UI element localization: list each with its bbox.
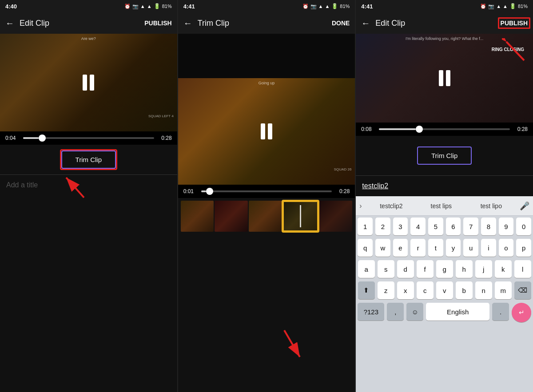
key-c[interactable]: c bbox=[417, 281, 434, 299]
key-7[interactable]: 7 bbox=[463, 218, 478, 235]
key-8[interactable]: 8 bbox=[481, 218, 496, 235]
key-4[interactable]: 4 bbox=[410, 218, 426, 235]
scrubber-thumb-3[interactable] bbox=[416, 126, 423, 133]
scrubber-3[interactable]: 0:08 0:28 bbox=[356, 123, 533, 136]
done-button-2[interactable]: DONE bbox=[332, 20, 350, 27]
title-input-value-3[interactable]: testclip2 bbox=[362, 182, 388, 190]
scrubber-thumb-2[interactable] bbox=[206, 188, 213, 195]
scrubber-2[interactable]: 0:01 0:28 bbox=[178, 185, 355, 198]
key-n[interactable]: n bbox=[475, 281, 492, 299]
top-bar-2: ← Trim Clip DONE bbox=[178, 12, 355, 34]
thumb-5[interactable] bbox=[319, 201, 353, 232]
period-key-3[interactable]: . bbox=[492, 303, 509, 321]
back-button-2[interactable]: ← bbox=[183, 18, 192, 28]
thumb-3[interactable] bbox=[249, 201, 282, 232]
comma-key-3[interactable]: , bbox=[387, 303, 404, 321]
chevron-icon-3[interactable]: › bbox=[359, 202, 362, 210]
key-p[interactable]: p bbox=[516, 239, 531, 257]
suggestion-3[interactable]: test lipo bbox=[466, 202, 516, 210]
thumbnail-strip-2 bbox=[178, 198, 355, 234]
video-player-3[interactable]: I'm literally following you, right? What… bbox=[356, 34, 533, 123]
add-title-area-1[interactable]: Add a title bbox=[0, 174, 177, 195]
wifi-icon-2: ▲ bbox=[318, 4, 323, 9]
scrubber-thumb-1[interactable] bbox=[39, 135, 46, 142]
back-button-1[interactable]: ← bbox=[5, 18, 14, 28]
key-t[interactable]: t bbox=[428, 239, 443, 257]
key-r[interactable]: r bbox=[410, 239, 426, 257]
backspace-key-3[interactable]: ⌫ bbox=[514, 281, 531, 299]
scrubber-track-3[interactable] bbox=[379, 128, 510, 130]
time-total-3: 0:28 bbox=[513, 126, 528, 132]
trim-clip-container-3: Trim Clip bbox=[356, 140, 533, 171]
key-5[interactable]: 5 bbox=[428, 218, 443, 235]
suggestion-2[interactable]: test lips bbox=[416, 202, 466, 210]
back-button-3[interactable]: ← bbox=[361, 18, 370, 28]
video-player-1[interactable]: Are we? SQUAD LEFT 4 bbox=[0, 34, 177, 131]
publish-button-3[interactable]: PUBLISH bbox=[501, 20, 528, 27]
add-title-placeholder-1[interactable]: Add a title bbox=[6, 181, 38, 189]
key-g[interactable]: g bbox=[436, 260, 453, 278]
key-k[interactable]: k bbox=[495, 260, 512, 278]
key-3[interactable]: 3 bbox=[393, 218, 408, 235]
key-x[interactable]: x bbox=[397, 281, 414, 299]
battery-icon-3: 🔋 bbox=[509, 3, 516, 9]
scrubber-fill-2 bbox=[201, 190, 207, 192]
status-icons-3: ⏰ 📷 ▲ ▲ 🔋 81% bbox=[480, 3, 528, 9]
symbols-key-3[interactable]: ?123 bbox=[358, 303, 384, 321]
space-key-3[interactable]: English bbox=[426, 303, 489, 321]
publish-button-1[interactable]: PUBLISH bbox=[144, 20, 171, 27]
status-time-3: 4:41 bbox=[361, 3, 373, 10]
key-v[interactable]: v bbox=[436, 281, 453, 299]
pause-icon-2[interactable] bbox=[261, 123, 272, 139]
video-player-2[interactable]: Going up SQUAD 26 bbox=[178, 78, 355, 185]
top-bar-left-2: ← Trim Clip bbox=[183, 18, 229, 28]
trim-clip-button-1[interactable]: Trim Clip bbox=[61, 150, 116, 169]
key-a[interactable]: a bbox=[358, 260, 375, 278]
key-2[interactable]: 2 bbox=[375, 218, 390, 235]
key-b[interactable]: b bbox=[456, 281, 473, 299]
top-bar-1: ← Edit Clip PUBLISH bbox=[0, 12, 177, 34]
key-d[interactable]: d bbox=[397, 260, 414, 278]
suggestion-1[interactable]: testclip2 bbox=[366, 202, 416, 210]
key-0[interactable]: 0 bbox=[516, 218, 531, 235]
key-j[interactable]: j bbox=[475, 260, 492, 278]
key-y[interactable]: y bbox=[446, 239, 461, 257]
pause-bar-right-3 bbox=[446, 70, 450, 86]
qwerty-row-3: q w e r t y u i o p bbox=[356, 237, 533, 258]
emoji-key-3[interactable]: ☺ bbox=[406, 303, 423, 321]
key-6[interactable]: 6 bbox=[446, 218, 461, 235]
key-w[interactable]: w bbox=[375, 239, 390, 257]
shift-key-3[interactable]: ⬆ bbox=[358, 281, 375, 299]
status-bar-3: 4:41 ⏰ 📷 ▲ ▲ 🔋 81% bbox=[356, 0, 533, 12]
pause-icon-1[interactable] bbox=[83, 75, 94, 91]
key-o[interactable]: o bbox=[499, 239, 514, 257]
thumb-4-highlighted[interactable] bbox=[282, 201, 318, 232]
thumb-1[interactable] bbox=[181, 201, 214, 232]
scrubber-track-1[interactable] bbox=[23, 137, 154, 139]
alarm-icon-3: ⏰ bbox=[480, 4, 486, 9]
time-total-1: 0:28 bbox=[158, 135, 172, 141]
wifi-icon: ▲ bbox=[140, 4, 145, 9]
key-m[interactable]: m bbox=[495, 281, 512, 299]
key-e[interactable]: e bbox=[393, 239, 408, 257]
key-1[interactable]: 1 bbox=[358, 218, 373, 235]
key-h[interactable]: h bbox=[456, 260, 473, 278]
mic-icon-3[interactable]: 🎤 bbox=[520, 201, 529, 211]
key-f[interactable]: f bbox=[417, 260, 434, 278]
key-9[interactable]: 9 bbox=[499, 218, 514, 235]
scrubber-1[interactable]: 0:04 0:28 bbox=[0, 131, 177, 145]
pause-icon-3[interactable] bbox=[439, 70, 450, 86]
key-i[interactable]: i bbox=[481, 239, 496, 257]
key-l[interactable]: l bbox=[514, 260, 531, 278]
scrubber-track-2[interactable] bbox=[201, 190, 332, 192]
keyboard-3: › testclip2 test lips test lipo 🎤 1 2 3 … bbox=[356, 196, 533, 392]
enter-key-3[interactable]: ↵ bbox=[512, 303, 531, 322]
key-u[interactable]: u bbox=[463, 239, 478, 257]
key-z[interactable]: z bbox=[378, 281, 394, 299]
thumb-2[interactable] bbox=[215, 201, 248, 232]
key-s[interactable]: s bbox=[378, 260, 394, 278]
title-input-area-3[interactable]: testclip2 bbox=[356, 175, 533, 196]
trim-clip-button-3[interactable]: Trim Clip bbox=[417, 147, 472, 165]
key-q[interactable]: q bbox=[358, 239, 373, 257]
publish-container-3: PUBLISH bbox=[501, 19, 528, 27]
